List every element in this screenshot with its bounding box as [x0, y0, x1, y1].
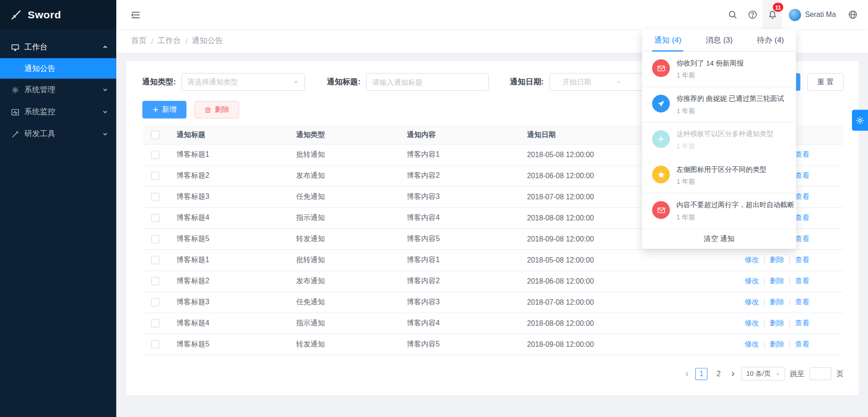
cell-type: 任免通知 — [296, 186, 407, 207]
sidebar-item-system-monitor[interactable]: 系统监控 — [0, 101, 116, 123]
breadcrumb-workbench[interactable]: 工作台 — [157, 36, 181, 46]
notice-type-select[interactable]: 请选择通知类型 — [181, 73, 305, 91]
view-link[interactable]: 查看 — [795, 276, 809, 285]
table-row: 博客标题3 任免通知 博客内容3 2018-07-08 12:00:00 修改|… — [142, 291, 844, 313]
row-checkbox[interactable] — [151, 319, 159, 328]
wrench-icon — [11, 130, 19, 138]
add-button[interactable]: 新增 — [142, 101, 187, 119]
delete-link[interactable]: 删除 — [770, 340, 784, 348]
clear-notifications-button[interactable]: 清空 通知 — [642, 229, 796, 249]
notification-bell-icon[interactable]: 11 — [763, 0, 783, 29]
cell-content: 博客内容1 — [407, 144, 527, 165]
logo[interactable]: Sword — [0, 0, 116, 29]
view-link[interactable]: 查看 — [795, 214, 809, 222]
sidebar-item-notice[interactable]: 通知公告 — [0, 58, 116, 79]
chevron-up-icon — [102, 44, 108, 51]
view-link[interactable]: 查看 — [795, 255, 809, 263]
notification-text: 左侧图标用于区分不同的类型 — [677, 165, 766, 175]
row-checkbox[interactable] — [151, 193, 159, 201]
language-globe-icon[interactable] — [842, 0, 863, 29]
notification-item[interactable]: 你推荐的 曲妮妮 已通过第三轮面试 1 年前 — [642, 87, 796, 122]
notification-item[interactable]: 内容不要超过两行字，超出时自动截断 1 年前 — [642, 193, 796, 229]
cell-content: 博客内容5 — [407, 228, 527, 249]
chevron-down-icon — [102, 109, 108, 115]
delete-button[interactable]: 删除 — [194, 101, 239, 119]
view-link[interactable]: 查看 — [795, 171, 809, 180]
reset-button[interactable]: 重 置 — [807, 73, 843, 91]
notification-time: 1 年前 — [677, 177, 766, 187]
cell-content: 博客内容4 — [407, 207, 527, 228]
row-checkbox[interactable] — [151, 298, 159, 307]
cell-date: 2018-09-08 12:00:00 — [527, 334, 636, 355]
chevron-down-icon — [775, 371, 781, 377]
edit-link[interactable]: 修改 — [745, 318, 759, 327]
chevron-down-icon — [102, 87, 108, 93]
sidebar-item-workbench[interactable]: 工作台 — [0, 36, 116, 58]
cell-title: 博客标题3 — [177, 291, 296, 313]
search-icon[interactable] — [722, 0, 743, 29]
cell-title: 博客标题5 — [177, 228, 296, 249]
mail-icon — [652, 201, 670, 219]
notification-item[interactable]: 你收到了 14 份新周报 1 年前 — [642, 51, 796, 87]
user-menu[interactable]: Serati Ma — [782, 9, 842, 21]
settings-fab[interactable] — [852, 110, 868, 131]
action-separator: | — [789, 276, 791, 285]
page-size-value: 10 条/页 — [746, 369, 770, 379]
next-page-icon[interactable] — [730, 370, 737, 377]
filter-date-label: 通知日期: — [510, 77, 543, 87]
view-link[interactable]: 查看 — [795, 150, 809, 159]
notification-item[interactable]: 左侧图标用于区分不同的类型 1 年前 — [642, 158, 796, 193]
edit-link[interactable]: 修改 — [745, 340, 759, 348]
cell-date: 2018-09-08 12:00:00 — [527, 228, 636, 249]
delete-link[interactable]: 删除 — [770, 318, 784, 327]
row-checkbox[interactable] — [151, 340, 159, 348]
row-checkbox[interactable] — [151, 151, 159, 159]
tab-todos[interactable]: 待办 (4) — [745, 29, 796, 51]
delete-link[interactable]: 删除 — [770, 255, 784, 263]
cell-date: 2018-05-08 12:00:00 — [527, 249, 636, 270]
select-all-checkbox[interactable] — [151, 131, 159, 139]
chevron-down-icon — [102, 131, 108, 137]
edit-link[interactable]: 修改 — [745, 255, 759, 263]
delete-link[interactable]: 删除 — [770, 276, 784, 285]
view-link[interactable]: 查看 — [795, 318, 809, 327]
notice-title-input[interactable] — [366, 73, 489, 91]
sidebar-item-label: 工作台 — [24, 42, 97, 52]
delete-link[interactable]: 删除 — [770, 297, 784, 306]
row-checkbox[interactable] — [151, 277, 159, 285]
pagination: 1 2 10 条/页 跳至 页 — [684, 367, 843, 380]
sidebar-item-system-mgmt[interactable]: 系统管理 — [0, 79, 116, 101]
row-checkbox[interactable] — [151, 214, 159, 222]
cell-date: 2018-05-08 12:00:00 — [527, 144, 636, 165]
row-checkbox[interactable] — [151, 172, 159, 180]
page-size-select[interactable]: 10 条/页 — [741, 367, 785, 380]
view-link[interactable]: 查看 — [795, 297, 809, 306]
cell-type: 指示通知 — [296, 313, 407, 334]
help-icon[interactable] — [743, 0, 763, 29]
edit-link[interactable]: 修改 — [745, 276, 759, 285]
chevron-down-icon — [293, 78, 298, 86]
row-checkbox[interactable] — [151, 235, 159, 243]
page-number-2[interactable]: 2 — [712, 368, 725, 380]
sidebar-nav: 工作台 通知公告 系统管理 系统监控 — [0, 29, 116, 145]
view-link[interactable]: 查看 — [795, 340, 809, 348]
jump-page-input[interactable] — [809, 368, 831, 380]
notification-item-read[interactable]: 这种模板可以区分多种通知类型 1 年前 — [642, 122, 796, 158]
tab-notifications[interactable]: 通知 (4) — [642, 29, 694, 51]
row-checkbox[interactable] — [151, 256, 159, 264]
page-number-1[interactable]: 1 — [695, 368, 708, 380]
menu-fold-icon[interactable] — [130, 10, 141, 20]
sidebar-item-dev-tools[interactable]: 研发工具 — [0, 123, 116, 145]
edit-link[interactable]: 修改 — [745, 297, 759, 306]
cell-title: 博客标题3 — [177, 186, 296, 207]
cell-type: 转发通知 — [296, 228, 407, 249]
cell-date: 2018-08-08 12:00:00 — [527, 313, 636, 334]
cell-title: 博客标题2 — [177, 165, 296, 186]
view-link[interactable]: 查看 — [795, 234, 809, 242]
prev-page-icon[interactable] — [684, 370, 690, 377]
app-root: Sword 工作台 通知公告 系统管理 — [0, 0, 868, 417]
cell-content: 博客内容2 — [407, 165, 527, 186]
breadcrumb-home[interactable]: 首页 — [131, 36, 147, 46]
view-link[interactable]: 查看 — [795, 192, 809, 201]
tab-messages[interactable]: 消息 (3) — [694, 29, 745, 51]
